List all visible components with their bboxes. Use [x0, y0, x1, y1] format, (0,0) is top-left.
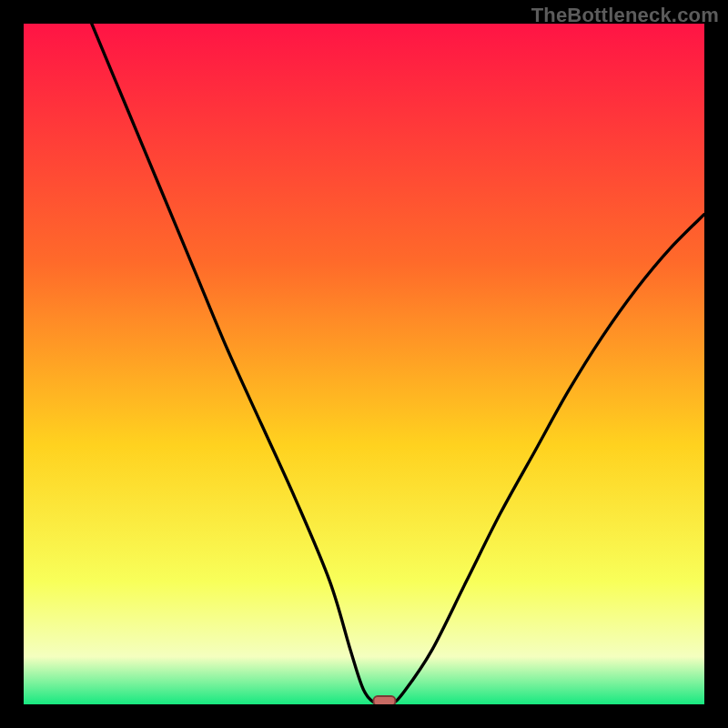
gradient-background: [24, 24, 704, 704]
bottleneck-chart: [24, 24, 704, 704]
chart-frame: TheBottleneck.com: [0, 0, 728, 728]
optimal-marker: [373, 696, 395, 704]
